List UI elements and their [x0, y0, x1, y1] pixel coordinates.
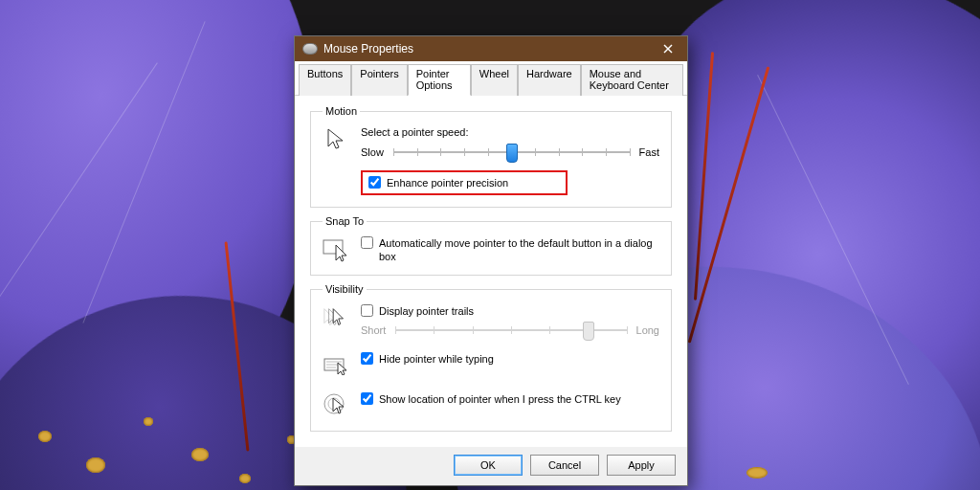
tab-mouse-keyboard-center[interactable]: Mouse and Keyboard Center — [581, 64, 683, 96]
dialog-buttons: OK Cancel Apply — [295, 447, 687, 485]
snap-to-icon — [323, 236, 349, 263]
tab-pointers[interactable]: Pointers — [351, 64, 407, 96]
close-button[interactable] — [649, 36, 687, 61]
tab-wheel[interactable]: Wheel — [471, 64, 518, 96]
pointer-speed-label: Select a pointer speed: — [361, 126, 659, 138]
group-visibility-legend: Visibility — [323, 283, 367, 295]
enhance-precision-highlight: Enhance pointer precision — [361, 170, 568, 195]
mouse-properties-dialog: Mouse Properties Buttons Pointers Pointe… — [294, 35, 688, 486]
tabpanel-pointer-options: Motion Select a pointer speed: Slow Fast — [295, 96, 687, 447]
group-visibility: Visibility Display pointer trails — [310, 283, 672, 432]
speed-fast-label: Fast — [639, 146, 659, 158]
ctrl-locate-checkbox[interactable]: Show location of pointer when I press th… — [361, 392, 659, 406]
trails-long-label: Long — [636, 324, 659, 336]
hide-while-typing-checkbox[interactable]: Hide pointer while typing — [361, 352, 659, 366]
group-snap-to: Snap To Automatically move pointer to th… — [310, 215, 672, 276]
pointer-trails-slider — [395, 322, 626, 339]
pointer-trails-label: Display pointer trails — [379, 304, 474, 318]
speed-slow-label: Slow — [361, 146, 384, 158]
tab-hardware[interactable]: Hardware — [518, 64, 581, 96]
close-icon — [663, 44, 673, 54]
pointer-trails-checkbox[interactable]: Display pointer trails — [361, 304, 659, 318]
enhance-precision-checkbox[interactable]: Enhance pointer precision — [368, 176, 508, 189]
group-motion: Motion Select a pointer speed: Slow Fast — [310, 105, 672, 208]
pointer-speed-slider[interactable] — [393, 144, 630, 161]
enhance-precision-label: Enhance pointer precision — [387, 176, 508, 189]
apply-button[interactable]: Apply — [607, 455, 676, 476]
hide-while-typing-icon — [323, 352, 349, 379]
mouse-icon — [302, 43, 318, 55]
trails-short-label: Short — [361, 324, 386, 336]
pointer-icon — [323, 126, 349, 153]
group-motion-legend: Motion — [323, 105, 360, 117]
ctrl-locate-label: Show location of pointer when I press th… — [379, 392, 621, 406]
titlebar[interactable]: Mouse Properties — [295, 36, 687, 61]
ctrl-locate-icon — [323, 392, 349, 419]
ok-button[interactable]: OK — [454, 455, 523, 476]
window-title: Mouse Properties — [323, 42, 649, 56]
tab-buttons[interactable]: Buttons — [299, 64, 351, 96]
group-snap-to-legend: Snap To — [323, 215, 367, 227]
tab-pointer-options[interactable]: Pointer Options — [408, 64, 471, 96]
tabstrip: Buttons Pointers Pointer Options Wheel H… — [295, 61, 687, 96]
auto-move-label: Automatically move pointer to the defaul… — [379, 236, 659, 263]
auto-move-checkbox[interactable]: Automatically move pointer to the defaul… — [361, 236, 659, 263]
hide-while-typing-label: Hide pointer while typing — [379, 352, 494, 366]
cancel-button[interactable]: Cancel — [530, 455, 599, 476]
pointer-trails-icon — [323, 304, 349, 331]
